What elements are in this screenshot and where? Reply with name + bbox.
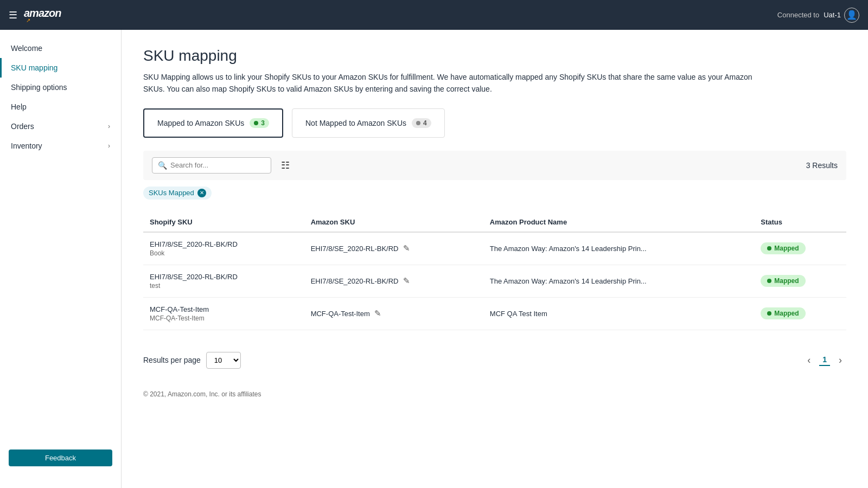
cell-amazon-sku-2: MCF-QA-Test-Item ✎ <box>304 297 483 330</box>
status-badge-2: Mapped <box>761 307 805 319</box>
amazon-logo: amazon ↗ <box>24 7 61 23</box>
col-product-name: Amazon Product Name <box>483 213 754 232</box>
filter-tag-remove-button[interactable]: ✕ <box>197 189 206 197</box>
shopify-sku-main-1: EHI7/8/SE_2020-RL-BK/RD <box>150 273 298 281</box>
footer: © 2021, Amazon.com, Inc. or its affiliat… <box>143 390 846 398</box>
filter-tag-label: SKUs Mapped <box>149 189 194 197</box>
cell-status-1: Mapped <box>754 265 846 297</box>
shopify-sku-sub-0: Book <box>150 249 298 257</box>
sidebar-item-label: Shipping options <box>11 83 67 92</box>
amazon-sku-value-2: MCF-QA-Test-Item <box>311 310 370 318</box>
col-status: Status <box>754 213 846 232</box>
mapped-badge: 3 <box>250 118 269 128</box>
sidebar-item-inventory[interactable]: Inventory › <box>0 136 121 156</box>
header-right: Connected to Uat-1 👤 <box>777 8 859 23</box>
shopify-sku-sub-1: test <box>150 282 298 290</box>
main-content: SKU mapping SKU Mapping allows us to lin… <box>122 30 868 488</box>
current-page-number[interactable]: 1 <box>819 354 830 366</box>
per-page-select[interactable]: 10 25 50 100 <box>206 352 241 369</box>
search-bar-row: 🔍 ☷ 3 Results <box>143 151 846 180</box>
sidebar-item-shipping-options[interactable]: Shipping options <box>0 78 121 97</box>
cell-shopify-sku-1: EHI7/8/SE_2020-RL-BK/RD test <box>143 265 304 297</box>
hamburger-menu-icon[interactable]: ☰ <box>9 9 17 21</box>
chevron-right-icon: › <box>108 142 110 150</box>
sku-mapping-table: Shopify SKU Amazon SKU Amazon Product Na… <box>143 213 846 330</box>
amazon-sku-value-1: EHI7/8/SE_2020-RL-BK/RD <box>311 277 399 285</box>
table-header-row: Shopify SKU Amazon SKU Amazon Product Na… <box>143 213 846 232</box>
cell-amazon-sku-1: EHI7/8/SE_2020-RL-BK/RD ✎ <box>304 265 483 297</box>
table-row: MCF-QA-Test-Item MCF-QA-Test-Item MCF-QA… <box>143 297 846 330</box>
next-page-button[interactable]: › <box>834 352 846 368</box>
edit-sku-icon-2[interactable]: ✎ <box>374 309 381 318</box>
sidebar-item-label: Orders <box>11 122 34 131</box>
sidebar-item-welcome[interactable]: Welcome <box>0 38 121 58</box>
search-input-wrap[interactable]: 🔍 <box>152 157 271 174</box>
stat-card-not-mapped-label: Not Mapped to Amazon SKUs <box>305 119 406 127</box>
logo-smile-icon: ↗ <box>24 17 30 23</box>
cell-status-0: Mapped <box>754 232 846 265</box>
stats-row: Mapped to Amazon SKUs 3 Not Mapped to Am… <box>143 108 846 138</box>
col-shopify-sku: Shopify SKU <box>143 213 304 232</box>
filter-button[interactable]: ☷ <box>277 157 294 174</box>
sidebar-item-label: Welcome <box>11 44 42 53</box>
amazon-sku-value-0: EHI7/8/SE_2020-RL-BK/RD <box>311 245 399 253</box>
status-dot-0 <box>767 246 771 251</box>
user-chip[interactable]: Uat-1 👤 <box>824 8 859 23</box>
filter-icon: ☷ <box>281 160 290 171</box>
filter-tags-area: SKUs Mapped ✕ <box>143 187 846 206</box>
search-left: 🔍 ☷ <box>152 157 294 174</box>
sidebar-item-help[interactable]: Help <box>0 97 121 117</box>
stat-card-not-mapped[interactable]: Not Mapped to Amazon SKUs 4 <box>292 108 445 138</box>
header: ☰ amazon ↗ Connected to Uat-1 👤 <box>0 0 868 30</box>
page-description: SKU Mapping allows us to link your Shopi… <box>143 71 762 95</box>
search-input[interactable] <box>170 161 265 169</box>
connected-to-label: Connected to <box>777 11 819 19</box>
col-amazon-sku: Amazon SKU <box>304 213 483 232</box>
not-mapped-badge: 4 <box>412 118 431 128</box>
status-badge-0: Mapped <box>761 242 805 254</box>
page-title: SKU mapping <box>143 47 846 65</box>
amazon-sku-cell-2: MCF-QA-Test-Item ✎ <box>311 309 477 318</box>
sidebar-footer: Feedback <box>0 436 121 479</box>
edit-sku-icon-0[interactable]: ✎ <box>403 243 410 253</box>
not-mapped-count: 4 <box>423 119 427 127</box>
results-count: 3 Results <box>806 161 838 170</box>
pagination-row: Results per page 10 25 50 100 ‹ 1 › <box>143 343 846 369</box>
badge-dot-gray <box>416 121 420 125</box>
sidebar-item-label: Help <box>11 102 27 111</box>
stat-card-mapped[interactable]: Mapped to Amazon SKUs 3 <box>143 108 283 138</box>
sidebar: Welcome SKU mapping Shipping options Hel… <box>0 30 122 488</box>
cell-product-name-2: MCF QA Test Item <box>483 297 754 330</box>
per-page-label: Results per page <box>143 356 201 364</box>
prev-page-button[interactable]: ‹ <box>803 352 815 368</box>
search-icon: 🔍 <box>158 161 167 170</box>
status-badge-1: Mapped <box>761 275 805 287</box>
status-dot-1 <box>767 279 771 283</box>
cell-shopify-sku-0: EHI7/8/SE_2020-RL-BK/RD Book <box>143 232 304 265</box>
cell-product-name-0: The Amazon Way: Amazon's 14 Leadership P… <box>483 232 754 265</box>
filter-tag-skus-mapped: SKUs Mapped ✕ <box>143 187 212 200</box>
footer-text: © 2021, Amazon.com, Inc. or its affiliat… <box>143 390 261 398</box>
badge-dot-green <box>254 121 258 125</box>
stat-card-mapped-label: Mapped to Amazon SKUs <box>157 119 244 127</box>
feedback-button[interactable]: Feedback <box>9 450 112 466</box>
header-left: ☰ amazon ↗ <box>9 7 61 23</box>
edit-sku-icon-1[interactable]: ✎ <box>403 276 410 286</box>
mapped-count: 3 <box>261 119 265 127</box>
amazon-sku-cell-1: EHI7/8/SE_2020-RL-BK/RD ✎ <box>311 276 477 286</box>
shopify-sku-main-0: EHI7/8/SE_2020-RL-BK/RD <box>150 240 298 248</box>
sidebar-item-orders[interactable]: Orders › <box>0 117 121 136</box>
cell-shopify-sku-2: MCF-QA-Test-Item MCF-QA-Test-Item <box>143 297 304 330</box>
table-row: EHI7/8/SE_2020-RL-BK/RD Book EHI7/8/SE_2… <box>143 232 846 265</box>
cell-status-2: Mapped <box>754 297 846 330</box>
table-row: EHI7/8/SE_2020-RL-BK/RD test EHI7/8/SE_2… <box>143 265 846 297</box>
sidebar-item-label: SKU mapping <box>11 63 58 72</box>
user-avatar-icon: 👤 <box>844 8 859 23</box>
status-dot-2 <box>767 311 771 316</box>
sidebar-item-sku-mapping[interactable]: SKU mapping <box>0 58 121 78</box>
cell-amazon-sku-0: EHI7/8/SE_2020-RL-BK/RD ✎ <box>304 232 483 265</box>
page-nav: ‹ 1 › <box>803 352 846 368</box>
amazon-sku-cell-0: EHI7/8/SE_2020-RL-BK/RD ✎ <box>311 243 477 253</box>
user-name: Uat-1 <box>824 11 841 19</box>
layout: Welcome SKU mapping Shipping options Hel… <box>0 30 868 488</box>
